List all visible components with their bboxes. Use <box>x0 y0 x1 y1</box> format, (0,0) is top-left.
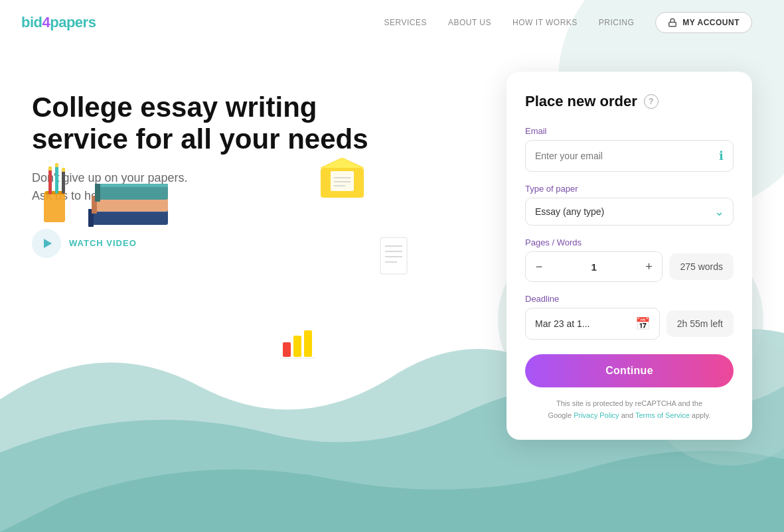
email-label: Email <box>525 126 734 136</box>
order-form: Place new order ? Email ℹ Type of paper … <box>507 72 752 440</box>
books-illustration <box>39 156 185 238</box>
svg-rect-16 <box>95 184 168 187</box>
svg-rect-6 <box>48 166 52 170</box>
nav-pricing[interactable]: PRICING <box>599 18 635 27</box>
recaptcha-google: Google <box>548 411 572 419</box>
nav-about-us[interactable]: ABOUT US <box>448 18 491 27</box>
pages-count: 1 <box>552 261 635 273</box>
apply-text: apply. <box>692 411 711 419</box>
privacy-policy-link[interactable]: Privacy Policy <box>574 411 619 419</box>
logo-papers: papers <box>50 14 96 31</box>
nav-how-it-works[interactable]: HOW IT WORKS <box>512 18 578 27</box>
type-label: Type of paper <box>525 184 734 194</box>
nav-links: SERVICES ABOUT US HOW IT WORKS PRICING M… <box>384 12 752 33</box>
pages-label: Pages / Words <box>525 237 734 247</box>
my-account-label: MY ACCOUNT <box>682 18 740 27</box>
recaptcha-notice: This site is protected by reCAPTCHA and … <box>525 398 734 421</box>
deadline-row: Mar 23 at 1... 📅 2h 55m left <box>525 308 734 340</box>
svg-rect-25 <box>380 237 407 274</box>
svg-rect-11 <box>88 210 168 225</box>
chart-card-illustration <box>271 317 324 373</box>
form-title: Place new order <box>525 93 637 110</box>
svg-rect-21 <box>331 171 354 191</box>
main-content: College essay writing service for all yo… <box>0 45 784 532</box>
type-field-group: Type of paper Essay (any type) Research … <box>525 184 734 226</box>
svg-rect-33 <box>304 330 312 357</box>
words-badge: 275 words <box>669 253 734 280</box>
svg-rect-7 <box>55 166 58 194</box>
logo[interactable]: bid4papers <box>21 14 96 31</box>
svg-rect-9 <box>62 170 65 194</box>
hero-section: College essay writing service for all yo… <box>32 65 507 258</box>
svg-rect-10 <box>62 168 65 172</box>
increment-button[interactable]: + <box>635 252 662 281</box>
calendar-icon[interactable]: 📅 <box>635 316 650 331</box>
email-input-wrapper[interactable]: ℹ <box>525 140 734 172</box>
svg-rect-19 <box>95 184 100 202</box>
my-account-button[interactable]: MY ACCOUNT <box>655 12 752 33</box>
svg-rect-5 <box>48 169 52 194</box>
svg-rect-32 <box>293 336 301 357</box>
pages-stepper: − 1 + <box>525 251 663 282</box>
info-icon[interactable]: ℹ <box>719 149 724 163</box>
and-text: and <box>621 411 633 419</box>
play-icon <box>44 239 52 248</box>
time-left-badge: 2h 55m left <box>666 310 734 337</box>
document-illustration <box>377 234 410 280</box>
svg-rect-4 <box>45 191 64 194</box>
svg-rect-8 <box>55 163 58 167</box>
svg-rect-31 <box>283 342 291 357</box>
email-field-group: Email ℹ <box>525 126 734 172</box>
hero-headline: College essay writing service for all yo… <box>32 92 417 156</box>
deadline-input[interactable]: Mar 23 at 1... 📅 <box>525 308 660 340</box>
deadline-value: Mar 23 at 1... <box>535 318 589 329</box>
recaptcha-text: This site is protected by reCAPTCHA and … <box>556 399 702 407</box>
svg-rect-2 <box>669 22 676 26</box>
terms-link[interactable]: Terms of Service <box>635 411 690 419</box>
deadline-label: Deadline <box>525 294 734 304</box>
pages-field-group: Pages / Words − 1 + 275 words <box>525 237 734 282</box>
type-select-wrapper: Essay (any type) Research Paper Term Pap… <box>525 198 734 226</box>
navbar: bid4papers SERVICES ABOUT US HOW IT WORK… <box>0 0 784 45</box>
logo-four: 4 <box>42 14 50 31</box>
logo-bid: bid <box>21 14 42 31</box>
lock-icon <box>668 18 677 27</box>
pages-words-row: − 1 + 275 words <box>525 251 734 282</box>
email-input[interactable] <box>535 151 714 161</box>
watch-video-label: WATCH VIDEO <box>69 238 137 248</box>
envelope-illustration <box>317 158 367 204</box>
form-title-row: Place new order ? <box>525 93 734 110</box>
svg-rect-15 <box>95 185 168 200</box>
continue-button[interactable]: Continue <box>525 354 734 387</box>
decrement-button[interactable]: − <box>526 252 552 281</box>
help-icon[interactable]: ? <box>644 94 659 109</box>
svg-rect-3 <box>44 192 65 222</box>
deadline-field-group: Deadline Mar 23 at 1... 📅 2h 55m left <box>525 294 734 340</box>
nav-services[interactable]: SERVICES <box>384 18 426 27</box>
type-select[interactable]: Essay (any type) Research Paper Term Pap… <box>525 198 734 226</box>
